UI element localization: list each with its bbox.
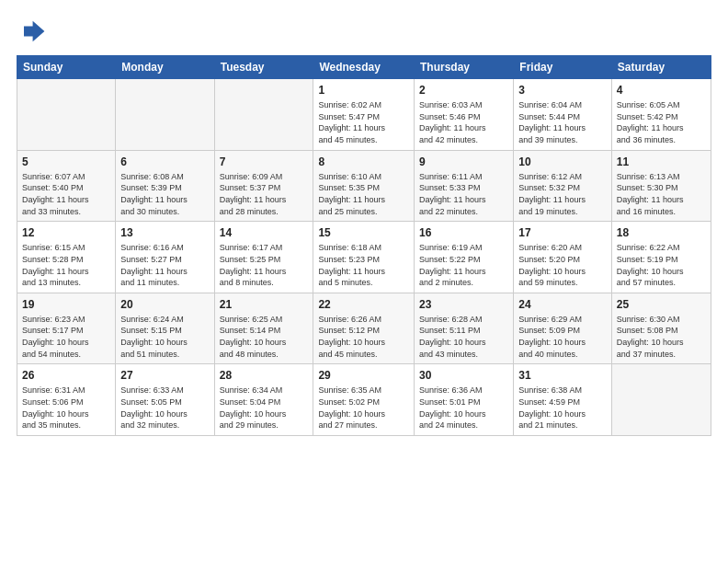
calendar-cell: 3Sunrise: 6:04 AM Sunset: 5:44 PM Daylig… xyxy=(514,79,612,151)
day-number: 2 xyxy=(419,83,508,98)
day-info: Sunrise: 6:05 AM Sunset: 5:42 PM Dayligh… xyxy=(617,99,706,145)
calendar-cell: 10Sunrise: 6:12 AM Sunset: 5:32 PM Dayli… xyxy=(514,150,612,222)
day-info: Sunrise: 6:16 AM Sunset: 5:27 PM Dayligh… xyxy=(120,242,209,288)
day-number: 29 xyxy=(318,368,409,383)
day-number: 1 xyxy=(318,83,409,98)
day-number: 13 xyxy=(120,225,209,240)
calendar-cell: 5Sunrise: 6:07 AM Sunset: 5:40 PM Daylig… xyxy=(17,150,116,222)
calendar-cell: 22Sunrise: 6:26 AM Sunset: 5:12 PM Dayli… xyxy=(313,293,415,364)
calendar-cell: 23Sunrise: 6:28 AM Sunset: 5:11 PM Dayli… xyxy=(415,293,514,364)
day-number: 14 xyxy=(220,225,309,240)
calendar-cell: 13Sunrise: 6:16 AM Sunset: 5:27 PM Dayli… xyxy=(116,222,214,293)
day-info: Sunrise: 6:11 AM Sunset: 5:33 PM Dayligh… xyxy=(419,171,508,217)
day-info: Sunrise: 6:26 AM Sunset: 5:12 PM Dayligh… xyxy=(318,314,409,360)
day-number: 23 xyxy=(419,297,508,312)
calendar-cell xyxy=(116,79,214,151)
weekday-header: Sunday xyxy=(17,56,116,79)
logo xyxy=(17,17,50,46)
calendar-cell: 9Sunrise: 6:11 AM Sunset: 5:33 PM Daylig… xyxy=(415,150,514,222)
day-number: 11 xyxy=(617,155,706,169)
calendar-cell: 27Sunrise: 6:33 AM Sunset: 5:05 PM Dayli… xyxy=(116,364,214,436)
calendar-cell: 20Sunrise: 6:24 AM Sunset: 5:15 PM Dayli… xyxy=(116,293,214,364)
calendar-cell: 15Sunrise: 6:18 AM Sunset: 5:23 PM Dayli… xyxy=(313,222,415,293)
day-info: Sunrise: 6:25 AM Sunset: 5:14 PM Dayligh… xyxy=(220,314,309,360)
day-info: Sunrise: 6:10 AM Sunset: 5:35 PM Dayligh… xyxy=(318,171,409,217)
weekday-header-row: SundayMondayTuesdayWednesdayThursdayFrid… xyxy=(17,56,711,79)
calendar-cell: 16Sunrise: 6:19 AM Sunset: 5:22 PM Dayli… xyxy=(415,222,514,293)
day-info: Sunrise: 6:08 AM Sunset: 5:39 PM Dayligh… xyxy=(120,171,209,217)
day-number: 17 xyxy=(518,225,607,240)
day-number: 24 xyxy=(518,297,607,312)
day-number: 7 xyxy=(220,155,309,169)
day-info: Sunrise: 6:31 AM Sunset: 5:06 PM Dayligh… xyxy=(22,385,110,431)
weekday-header: Tuesday xyxy=(214,56,313,79)
calendar-cell: 29Sunrise: 6:35 AM Sunset: 5:02 PM Dayli… xyxy=(313,364,415,436)
day-number: 21 xyxy=(220,297,309,312)
weekday-header: Monday xyxy=(116,56,214,79)
day-number: 26 xyxy=(22,368,110,383)
calendar-cell: 6Sunrise: 6:08 AM Sunset: 5:39 PM Daylig… xyxy=(116,150,214,222)
calendar-table: SundayMondayTuesdayWednesdayThursdayFrid… xyxy=(17,55,711,436)
calendar-cell: 24Sunrise: 6:29 AM Sunset: 5:09 PM Dayli… xyxy=(514,293,612,364)
day-number: 22 xyxy=(318,297,409,312)
day-number: 12 xyxy=(22,225,110,240)
day-info: Sunrise: 6:23 AM Sunset: 5:17 PM Dayligh… xyxy=(22,314,110,360)
day-number: 30 xyxy=(419,368,508,383)
header xyxy=(17,17,711,46)
day-info: Sunrise: 6:19 AM Sunset: 5:22 PM Dayligh… xyxy=(419,242,508,288)
calendar-cell: 30Sunrise: 6:36 AM Sunset: 5:01 PM Dayli… xyxy=(415,364,514,436)
calendar-cell: 17Sunrise: 6:20 AM Sunset: 5:20 PM Dayli… xyxy=(514,222,612,293)
day-number: 6 xyxy=(120,155,209,169)
page: SundayMondayTuesdayWednesdayThursdayFrid… xyxy=(0,0,728,563)
calendar-cell: 25Sunrise: 6:30 AM Sunset: 5:08 PM Dayli… xyxy=(611,293,711,364)
calendar-cell: 31Sunrise: 6:38 AM Sunset: 4:59 PM Dayli… xyxy=(514,364,612,436)
day-number: 18 xyxy=(617,225,706,240)
day-info: Sunrise: 6:15 AM Sunset: 5:28 PM Dayligh… xyxy=(22,242,110,288)
calendar-cell xyxy=(17,79,116,151)
day-number: 27 xyxy=(120,368,209,383)
day-info: Sunrise: 6:24 AM Sunset: 5:15 PM Dayligh… xyxy=(120,314,209,360)
calendar-week-row: 19Sunrise: 6:23 AM Sunset: 5:17 PM Dayli… xyxy=(17,293,711,364)
day-info: Sunrise: 6:36 AM Sunset: 5:01 PM Dayligh… xyxy=(419,385,508,431)
calendar-week-row: 5Sunrise: 6:07 AM Sunset: 5:40 PM Daylig… xyxy=(17,150,711,222)
logo-icon xyxy=(17,17,46,46)
calendar-cell: 19Sunrise: 6:23 AM Sunset: 5:17 PM Dayli… xyxy=(17,293,116,364)
weekday-header: Wednesday xyxy=(313,56,415,79)
day-info: Sunrise: 6:38 AM Sunset: 4:59 PM Dayligh… xyxy=(518,385,607,431)
day-info: Sunrise: 6:09 AM Sunset: 5:37 PM Dayligh… xyxy=(220,171,309,217)
calendar-cell: 1Sunrise: 6:02 AM Sunset: 5:47 PM Daylig… xyxy=(313,79,415,151)
day-number: 25 xyxy=(617,297,706,312)
day-info: Sunrise: 6:30 AM Sunset: 5:08 PM Dayligh… xyxy=(617,314,706,360)
day-number: 16 xyxy=(419,225,508,240)
day-info: Sunrise: 6:02 AM Sunset: 5:47 PM Dayligh… xyxy=(318,99,409,145)
day-number: 15 xyxy=(318,225,409,240)
day-info: Sunrise: 6:35 AM Sunset: 5:02 PM Dayligh… xyxy=(318,385,409,431)
calendar-cell: 28Sunrise: 6:34 AM Sunset: 5:04 PM Dayli… xyxy=(214,364,313,436)
day-number: 3 xyxy=(518,83,607,98)
day-number: 10 xyxy=(518,155,607,169)
day-info: Sunrise: 6:28 AM Sunset: 5:11 PM Dayligh… xyxy=(419,314,508,360)
calendar-cell: 4Sunrise: 6:05 AM Sunset: 5:42 PM Daylig… xyxy=(611,79,711,151)
day-info: Sunrise: 6:13 AM Sunset: 5:30 PM Dayligh… xyxy=(617,171,706,217)
day-number: 19 xyxy=(22,297,110,312)
day-number: 8 xyxy=(318,155,409,169)
day-number: 20 xyxy=(120,297,209,312)
day-info: Sunrise: 6:03 AM Sunset: 5:46 PM Dayligh… xyxy=(419,99,508,145)
calendar-cell: 2Sunrise: 6:03 AM Sunset: 5:46 PM Daylig… xyxy=(415,79,514,151)
calendar-week-row: 1Sunrise: 6:02 AM Sunset: 5:47 PM Daylig… xyxy=(17,79,711,151)
weekday-header: Thursday xyxy=(415,56,514,79)
calendar-cell: 8Sunrise: 6:10 AM Sunset: 5:35 PM Daylig… xyxy=(313,150,415,222)
day-info: Sunrise: 6:17 AM Sunset: 5:25 PM Dayligh… xyxy=(220,242,309,288)
calendar-cell xyxy=(611,364,711,436)
calendar-cell: 26Sunrise: 6:31 AM Sunset: 5:06 PM Dayli… xyxy=(17,364,116,436)
weekday-header: Saturday xyxy=(611,56,711,79)
calendar-cell: 7Sunrise: 6:09 AM Sunset: 5:37 PM Daylig… xyxy=(214,150,313,222)
calendar-cell: 12Sunrise: 6:15 AM Sunset: 5:28 PM Dayli… xyxy=(17,222,116,293)
day-info: Sunrise: 6:20 AM Sunset: 5:20 PM Dayligh… xyxy=(518,242,607,288)
calendar-cell: 21Sunrise: 6:25 AM Sunset: 5:14 PM Dayli… xyxy=(214,293,313,364)
day-info: Sunrise: 6:34 AM Sunset: 5:04 PM Dayligh… xyxy=(220,385,309,431)
day-number: 28 xyxy=(220,368,309,383)
day-info: Sunrise: 6:12 AM Sunset: 5:32 PM Dayligh… xyxy=(518,171,607,217)
day-info: Sunrise: 6:04 AM Sunset: 5:44 PM Dayligh… xyxy=(518,99,607,145)
calendar-cell: 14Sunrise: 6:17 AM Sunset: 5:25 PM Dayli… xyxy=(214,222,313,293)
